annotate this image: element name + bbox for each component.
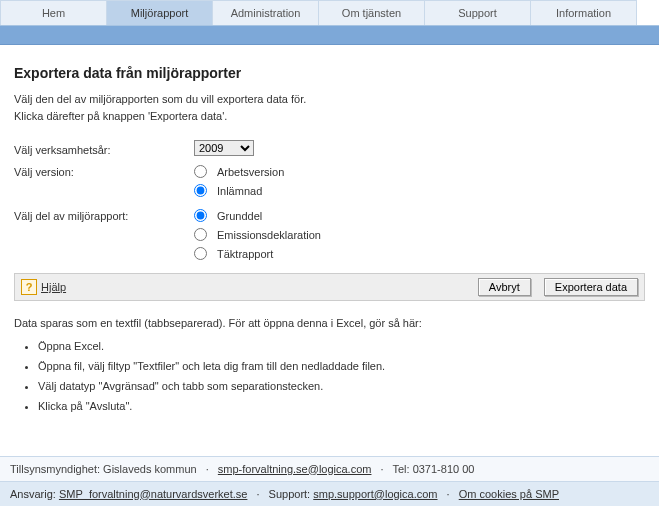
cancel-button[interactable]: Avbryt — [478, 278, 531, 296]
tab-miljorapport[interactable]: Miljörapport — [107, 0, 213, 25]
tab-support[interactable]: Support — [425, 0, 531, 25]
intro-line1: Välj den del av miljörapporten som du vi… — [14, 93, 306, 105]
separator-dot: · — [256, 488, 259, 500]
main-content: Exportera data från miljörapporter Välj … — [0, 45, 659, 428]
footer-ansvarig-email-link[interactable]: SMP_forvaltning@naturvardsverket.se — [59, 488, 247, 500]
footer-line2: Ansvarig: SMP_forvaltning@naturvardsverk… — [0, 481, 659, 506]
year-label: Välj verksamhetsår: — [14, 140, 194, 156]
tab-hem[interactable]: Hem — [0, 0, 107, 25]
tab-information[interactable]: Information — [531, 0, 637, 25]
button-group: Avbryt Exportera data — [478, 278, 638, 296]
action-bar: ? Hjälp Avbryt Exportera data — [14, 273, 645, 301]
footer-ansvarig-label: Ansvarig: — [10, 488, 56, 500]
step-item: Klicka på "Avsluta". — [38, 400, 645, 412]
intro-text: Välj den del av miljörapporten som du vi… — [14, 91, 645, 124]
footer-email-link[interactable]: smp-forvaltning.se@logica.com — [218, 463, 372, 475]
header-blue-bar — [0, 26, 659, 45]
footer-tillsyn: Tillsynsmyndighet: Gislaveds kommun — [10, 463, 197, 475]
help-area: ? Hjälp — [21, 279, 66, 295]
page-title: Exportera data från miljörapporter — [14, 65, 645, 81]
part-radio-grunddel[interactable] — [194, 209, 207, 222]
part-option-label: Emissionsdeklaration — [217, 229, 321, 241]
step-item: Välj datatyp "Avgränsad" och tabb som se… — [38, 380, 645, 392]
separator-dot: · — [206, 463, 209, 475]
part-option-label: Grunddel — [217, 210, 262, 222]
step-item: Öppna fil, välj filtyp "Textfiler" och l… — [38, 360, 645, 372]
export-button[interactable]: Exportera data — [544, 278, 638, 296]
year-select[interactable]: 2009 — [194, 140, 254, 156]
tab-om-tjansten[interactable]: Om tjänsten — [319, 0, 425, 25]
footer-line1: Tillsynsmyndighet: Gislaveds kommun · sm… — [0, 456, 659, 481]
tab-administration[interactable]: Administration — [213, 0, 319, 25]
steps-list: Öppna Excel. Öppna fil, välj filtyp "Tex… — [20, 340, 645, 412]
note-text: Data sparas som en textfil (tabbseparera… — [14, 315, 645, 332]
separator-dot: · — [381, 463, 384, 475]
version-label: Välj version: — [14, 162, 194, 178]
separator-dot: · — [447, 488, 450, 500]
help-icon: ? — [21, 279, 37, 295]
version-radio-inlamnad[interactable] — [194, 184, 207, 197]
footer-support-label: Support: — [269, 488, 311, 500]
version-option-label: Inlämnad — [217, 185, 262, 197]
part-radio-taktrapport[interactable] — [194, 247, 207, 260]
help-link[interactable]: Hjälp — [41, 281, 66, 293]
part-label: Välj del av miljörapport: — [14, 206, 194, 222]
version-option-label: Arbetsversion — [217, 166, 284, 178]
top-nav: Hem Miljörapport Administration Om tjäns… — [0, 0, 659, 26]
footer-cookies-link[interactable]: Om cookies på SMP — [459, 488, 559, 500]
part-radio-emissionsdeklaration[interactable] — [194, 228, 207, 241]
version-radio-arbetsversion[interactable] — [194, 165, 207, 178]
footer-support-email-link[interactable]: smp.support@logica.com — [313, 488, 437, 500]
footer-tel: Tel: 0371-810 00 — [392, 463, 474, 475]
step-item: Öppna Excel. — [38, 340, 645, 352]
part-option-label: Täktrapport — [217, 248, 273, 260]
intro-line2: Klicka därefter på knappen 'Exportera da… — [14, 110, 227, 122]
